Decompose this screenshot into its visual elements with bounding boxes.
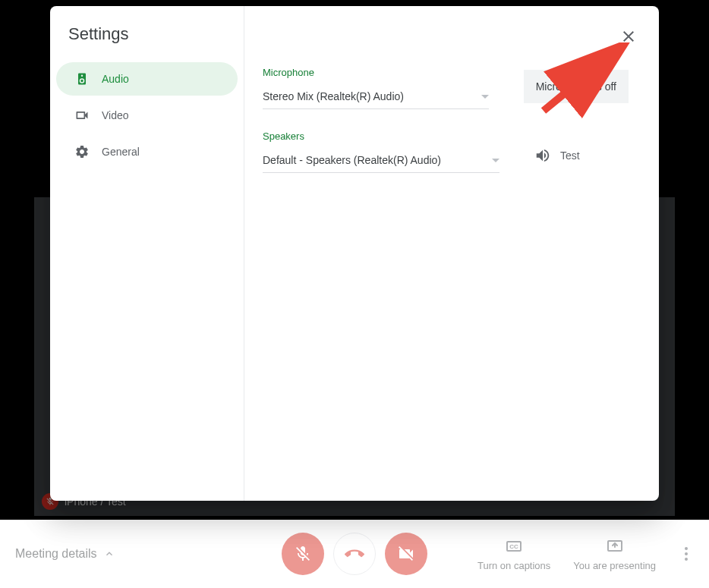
camera-off-button[interactable] (385, 533, 427, 575)
presenting-button[interactable]: You are presenting (573, 537, 656, 571)
settings-sidebar: Settings Audio Video General (50, 6, 244, 501)
present-icon (606, 537, 624, 555)
microphone-status: Microphone is off (524, 70, 629, 103)
settings-modal: Settings Audio Video General (50, 6, 659, 501)
sidebar-item-general[interactable]: General (56, 135, 238, 168)
settings-content: Microphone Stereo Mix (Realtek(R) Audio)… (244, 6, 659, 501)
speakers-label: Speakers (263, 130, 499, 142)
hangup-icon (345, 544, 364, 564)
captions-button[interactable]: CC Turn on captions (477, 537, 550, 571)
sidebar-item-label: Video (102, 109, 129, 121)
sidebar-item-video[interactable]: Video (56, 99, 238, 132)
close-icon (619, 27, 638, 46)
meeting-details-label: Meeting details (15, 547, 97, 561)
close-button[interactable] (613, 21, 644, 52)
gear-icon (74, 144, 90, 159)
speakers-value: Default - Speakers (Realtek(R) Audio) (263, 154, 441, 166)
captions-label: Turn on captions (477, 560, 550, 571)
volume-icon (534, 147, 551, 164)
microphone-dropdown[interactable]: Stereo Mix (Realtek(R) Audio) (263, 84, 489, 109)
microphone-value: Stereo Mix (Realtek(R) Audio) (263, 90, 404, 102)
speaker-icon (74, 71, 90, 86)
test-speakers-button[interactable]: Test (534, 147, 580, 164)
settings-title: Settings (50, 24, 244, 62)
camera-off-icon (397, 545, 415, 563)
video-icon (74, 108, 90, 123)
chevron-down-icon (492, 159, 499, 162)
more-icon (685, 547, 688, 550)
chevron-down-icon (481, 95, 489, 99)
mute-button[interactable] (282, 533, 324, 575)
right-actions: CC Turn on captions You are presenting (477, 537, 694, 571)
call-controls (282, 533, 427, 575)
sidebar-item-audio[interactable]: Audio (56, 62, 238, 96)
captions-icon: CC (505, 537, 523, 555)
microphone-section: Microphone Stereo Mix (Realtek(R) Audio)… (263, 67, 629, 109)
meeting-details-button[interactable]: Meeting details (15, 547, 115, 561)
sidebar-item-label: Audio (102, 73, 129, 85)
microphone-label: Microphone (263, 67, 489, 78)
sidebar-item-label: General (102, 146, 140, 158)
speakers-dropdown[interactable]: Default - Speakers (Realtek(R) Audio) (263, 148, 499, 173)
chevron-up-icon (103, 548, 115, 560)
test-label: Test (560, 149, 580, 162)
more-options-button[interactable] (679, 541, 694, 567)
svg-text:CC: CC (509, 543, 518, 550)
bottom-bar: Meeting details CC Turn (0, 520, 709, 588)
mic-off-icon (294, 545, 312, 563)
presenting-label: You are presenting (573, 560, 656, 571)
hangup-button[interactable] (333, 533, 376, 575)
speakers-section: Speakers Default - Speakers (Realtek(R) … (263, 130, 629, 173)
